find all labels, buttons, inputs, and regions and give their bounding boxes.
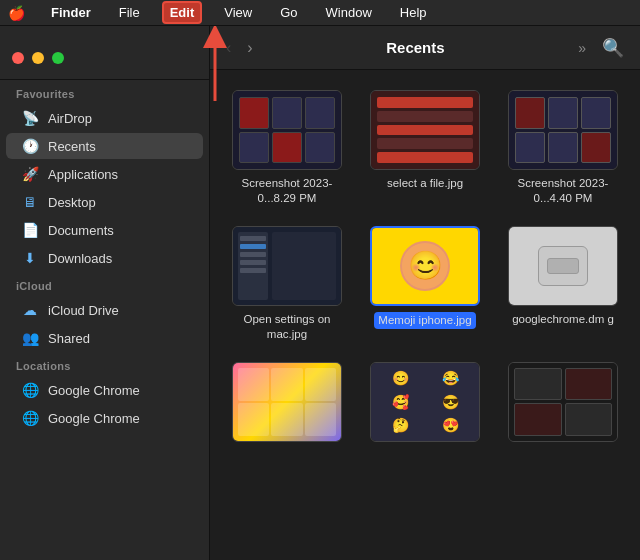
sidebar-item-desktop[interactable]: 🖥 Desktop [6,189,203,215]
file-item-colorful[interactable] [222,358,352,452]
sidebar: Favourites 📡 AirDrop 🕐 Recents 🚀 Applica… [0,26,210,560]
file-item-emoji-grid[interactable]: 😊😂 🥰😎 🤔😍 [360,358,490,452]
menu-window[interactable]: Window [320,3,378,22]
sidebar-item-documents[interactable]: 📄 Documents [6,217,203,243]
content-area: ‹ › Recents » 🔍 Screenshot 2023-0...8.29… [210,26,640,560]
sidebar-item-applications[interactable]: 🚀 Applications [6,161,203,187]
dmg-disk-icon [538,246,588,286]
file-label-googlechrome-dmg: googlechrome.dm g [512,312,614,327]
file-label-screenshot1: Screenshot 2023-0...8.29 PM [232,176,342,206]
file-item-open-settings[interactable]: Open settings on mac.jpg [222,222,352,346]
apple-menu[interactable]: 🍎 [8,5,25,21]
sidebar-item-shared[interactable]: 👥 Shared [6,325,203,351]
sidebar-item-chrome1[interactable]: 🌐 Google Chrome [6,377,203,403]
minimize-button[interactable] [32,52,44,64]
file-label-open-settings: Open settings on mac.jpg [232,312,342,342]
chrome2-label: Google Chrome [48,411,140,426]
memoji-face: 😊 [400,241,450,291]
shared-label: Shared [48,331,90,346]
file-item-screenshot2[interactable]: Screenshot 2023-0...4.40 PM [498,86,628,210]
file-thumb-select-file [370,90,480,170]
menu-bar: 🍎 Finder File Edit View Go Window Help [0,0,640,26]
file-item-screenshot1[interactable]: Screenshot 2023-0...8.29 PM [222,86,352,210]
sidebar-item-recents[interactable]: 🕐 Recents [6,133,203,159]
menu-edit[interactable]: Edit [162,1,203,24]
file-item-googlechrome-dmg[interactable]: googlechrome.dm g [498,222,628,346]
menu-go[interactable]: Go [274,3,303,22]
file-thumb-memoji: 😊 [370,226,480,306]
downloads-icon: ⬇ [22,250,38,266]
locations-label: Locations [0,352,209,376]
icloud-drive-icon: ☁ [22,302,38,318]
chrome1-label: Google Chrome [48,383,140,398]
file-item-dark-panels[interactable] [498,358,628,452]
file-thumb-googlechrome-dmg [508,226,618,306]
desktop-label: Desktop [48,195,96,210]
chrome2-icon: 🌐 [22,410,38,426]
file-thumb-screenshot1 [232,90,342,170]
sidebar-item-icloud-drive[interactable]: ☁ iCloud Drive [6,297,203,323]
traffic-lights [0,36,210,80]
documents-label: Documents [48,223,114,238]
sidebar-item-chrome2[interactable]: 🌐 Google Chrome [6,405,203,431]
toolbar-title: Recents [265,39,567,56]
menu-view[interactable]: View [218,3,258,22]
airdrop-icon: 📡 [22,110,38,126]
sidebar-item-airdrop[interactable]: 📡 AirDrop [6,105,203,131]
search-button[interactable]: 🔍 [598,35,628,61]
chrome1-icon: 🌐 [22,382,38,398]
close-button[interactable] [12,52,24,64]
recents-icon: 🕐 [22,138,38,154]
file-thumb-emoji-grid: 😊😂 🥰😎 🤔😍 [370,362,480,442]
downloads-label: Downloads [48,251,112,266]
menu-file[interactable]: File [113,3,146,22]
sidebar-item-downloads[interactable]: ⬇ Downloads [6,245,203,271]
desktop-icon: 🖥 [22,194,38,210]
back-button[interactable]: ‹ [222,37,235,59]
icloud-label: iCloud [0,272,209,296]
airdrop-label: AirDrop [48,111,92,126]
documents-icon: 📄 [22,222,38,238]
recents-label: Recents [48,139,96,154]
applications-icon: 🚀 [22,166,38,182]
expand-button[interactable]: » [574,38,590,58]
file-item-memoji[interactable]: 😊 Memoji iphone.jpg [360,222,490,346]
menu-finder[interactable]: Finder [45,3,97,22]
file-thumb-colorful [232,362,342,442]
file-label-select-file: select a file.jpg [387,176,463,191]
file-grid: Screenshot 2023-0...8.29 PM select a fil… [210,70,640,560]
icloud-drive-label: iCloud Drive [48,303,119,318]
file-item-select-file[interactable]: select a file.jpg [360,86,490,210]
file-thumb-screenshot2 [508,90,618,170]
file-thumb-dark-panels [508,362,618,442]
file-label-memoji: Memoji iphone.jpg [374,312,475,329]
file-label-screenshot2: Screenshot 2023-0...4.40 PM [508,176,618,206]
toolbar: ‹ › Recents » 🔍 [210,26,640,70]
main-layout: Favourites 📡 AirDrop 🕐 Recents 🚀 Applica… [0,26,640,560]
shared-icon: 👥 [22,330,38,346]
menu-help[interactable]: Help [394,3,433,22]
file-thumb-open-settings [232,226,342,306]
favourites-label: Favourites [0,80,209,104]
forward-button[interactable]: › [243,37,256,59]
maximize-button[interactable] [52,52,64,64]
applications-label: Applications [48,167,118,182]
